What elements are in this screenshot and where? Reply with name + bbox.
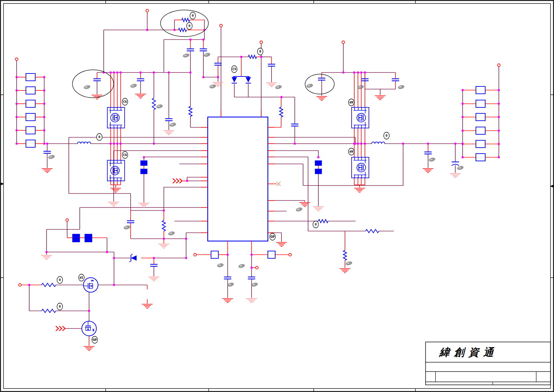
junction-dot bbox=[43, 143, 45, 145]
resistor[interactable] bbox=[182, 18, 190, 22]
inductor[interactable] bbox=[372, 142, 385, 144]
fuse-block[interactable] bbox=[72, 234, 80, 242]
terminal[interactable] bbox=[342, 41, 345, 44]
ref-label: C6 bbox=[122, 152, 128, 159]
ground-symbol bbox=[375, 96, 386, 100]
resistor[interactable] bbox=[318, 219, 328, 223]
terminal[interactable] bbox=[194, 253, 196, 256]
junction-dot bbox=[16, 76, 18, 78]
resistor[interactable] bbox=[178, 28, 186, 32]
terminal[interactable] bbox=[260, 41, 263, 44]
offpage-connector[interactable] bbox=[173, 179, 182, 183]
value-label-smudge bbox=[182, 53, 190, 58]
resistor[interactable] bbox=[279, 107, 283, 117]
resistor[interactable] bbox=[152, 98, 156, 110]
terminal[interactable] bbox=[146, 9, 149, 12]
ic[interactable] bbox=[208, 117, 268, 241]
capacitor[interactable] bbox=[424, 152, 432, 154]
resistor[interactable] bbox=[189, 106, 192, 116]
bank-capacitor[interactable] bbox=[476, 127, 485, 134]
bank-capacitor[interactable] bbox=[26, 87, 35, 94]
value-label-smudge bbox=[130, 83, 137, 88]
mosfet-arrow-icon bbox=[115, 117, 117, 119]
ground-symbol bbox=[276, 242, 287, 246]
mosfet-package[interactable] bbox=[352, 157, 369, 178]
junction-dot bbox=[462, 116, 464, 118]
capacitor[interactable] bbox=[318, 78, 325, 80]
capacitor[interactable] bbox=[214, 63, 222, 65]
bank-capacitor[interactable] bbox=[476, 86, 485, 94]
capacitor[interactable] bbox=[248, 277, 255, 279]
mosfet[interactable] bbox=[83, 278, 98, 292]
ref-label-text: 0 bbox=[59, 279, 61, 282]
ref-label-text: C6 bbox=[123, 100, 127, 103]
jumper[interactable] bbox=[268, 251, 275, 258]
capacitor[interactable] bbox=[392, 79, 399, 81]
chevron-icon bbox=[179, 179, 182, 183]
bank-capacitor[interactable] bbox=[476, 154, 485, 161]
capacitor[interactable] bbox=[224, 277, 231, 279]
mosfet-package[interactable] bbox=[107, 107, 125, 128]
fuse-block[interactable] bbox=[141, 169, 147, 174]
dual-diode[interactable] bbox=[232, 76, 251, 83]
terminal[interactable] bbox=[66, 219, 68, 221]
fuse-block[interactable] bbox=[85, 234, 92, 242]
bank-capacitor[interactable] bbox=[26, 140, 35, 147]
capacitor[interactable] bbox=[44, 151, 51, 153]
junction-dot bbox=[43, 129, 45, 131]
zener-triangle bbox=[131, 255, 137, 261]
fuse-block[interactable] bbox=[315, 161, 322, 166]
zener-diode[interactable] bbox=[129, 254, 137, 262]
resistor[interactable] bbox=[42, 283, 56, 287]
resistor[interactable] bbox=[366, 229, 379, 233]
bank-capacitor[interactable] bbox=[26, 100, 35, 107]
bank-capacitor[interactable] bbox=[476, 140, 485, 148]
mosfet-package[interactable] bbox=[352, 107, 369, 128]
bank-capacitor[interactable] bbox=[26, 113, 35, 121]
mosfet[interactable] bbox=[82, 321, 96, 336]
capacitor[interactable] bbox=[137, 79, 144, 81]
resistor[interactable] bbox=[248, 55, 257, 59]
capacitor[interactable] bbox=[165, 119, 172, 121]
resistor[interactable] bbox=[343, 250, 347, 260]
junction-dot bbox=[498, 103, 500, 105]
capacitor[interactable] bbox=[93, 79, 101, 81]
fuse-block[interactable] bbox=[141, 161, 147, 166]
capacitor[interactable] bbox=[268, 64, 275, 66]
bank-capacitor[interactable] bbox=[476, 100, 485, 107]
junction-dot bbox=[185, 238, 187, 240]
mosfet-body bbox=[82, 321, 96, 336]
junction-dot bbox=[16, 103, 18, 105]
terminal[interactable] bbox=[220, 24, 222, 27]
terminal[interactable] bbox=[498, 64, 500, 66]
offpage-connector[interactable] bbox=[56, 326, 65, 331]
terminal[interactable] bbox=[15, 58, 18, 61]
resistor[interactable] bbox=[42, 309, 56, 313]
mosfet-arrow-icon bbox=[115, 170, 117, 172]
junction-dot bbox=[364, 143, 366, 145]
ref-label: C6 bbox=[122, 98, 128, 105]
junction-dot bbox=[46, 143, 48, 145]
capacitor[interactable] bbox=[200, 49, 207, 51]
terminal[interactable] bbox=[289, 253, 291, 256]
terminal[interactable] bbox=[19, 284, 21, 286]
company-name: 緯創資通 bbox=[439, 346, 498, 358]
capacitor[interactable] bbox=[150, 264, 158, 266]
jumper[interactable] bbox=[211, 251, 218, 258]
capacitor[interactable] bbox=[187, 49, 194, 51]
capacitor[interactable] bbox=[291, 124, 298, 126]
terminal[interactable] bbox=[256, 266, 258, 269]
mosfet-package[interactable] bbox=[107, 160, 125, 181]
junction-dot bbox=[168, 71, 170, 73]
bank-capacitor[interactable] bbox=[476, 113, 485, 121]
chevron-icon bbox=[59, 326, 62, 331]
junction-dot bbox=[280, 96, 282, 98]
bank-capacitor[interactable] bbox=[26, 73, 35, 81]
resistor[interactable] bbox=[162, 220, 166, 231]
inductor[interactable] bbox=[77, 142, 91, 144]
fuse-block[interactable] bbox=[315, 169, 322, 174]
bank-capacitor[interactable] bbox=[26, 127, 35, 134]
capacitor[interactable] bbox=[127, 221, 134, 223]
ref-label: 0 bbox=[313, 221, 319, 228]
capacitor-polarized[interactable] bbox=[452, 162, 459, 166]
